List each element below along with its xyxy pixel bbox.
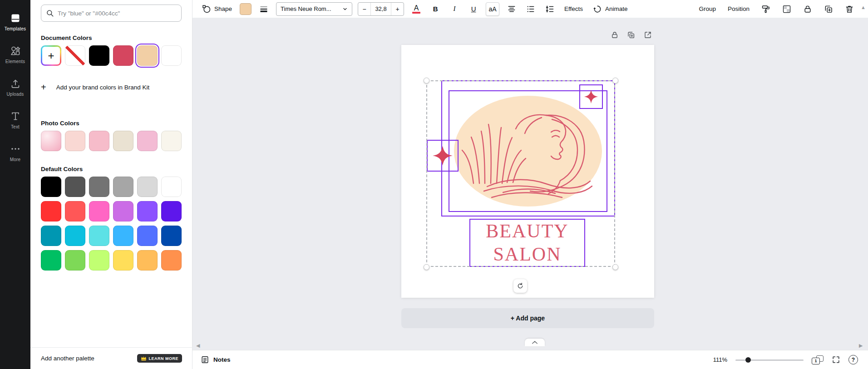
font-size-value[interactable]: 32,8 — [370, 3, 391, 15]
color-swatch[interactable] — [113, 177, 133, 197]
color-swatch[interactable] — [161, 45, 182, 66]
gradient-swatch[interactable] — [41, 131, 61, 151]
color-swatch[interactable] — [41, 201, 61, 221]
color-swatch[interactable] — [161, 131, 182, 151]
increase-font-size-button[interactable]: + — [391, 3, 404, 15]
color-swatch[interactable] — [89, 226, 109, 246]
shape-button[interactable]: Shape — [200, 3, 234, 15]
copy-style-button[interactable] — [759, 2, 773, 16]
color-swatch[interactable] — [89, 177, 109, 197]
color-swatch[interactable] — [137, 45, 158, 66]
sparkle-shape-small[interactable] — [584, 89, 598, 104]
color-swatch[interactable] — [65, 201, 85, 221]
text-color-button[interactable]: A — [409, 4, 423, 14]
color-swatch[interactable] — [41, 177, 61, 197]
help-button[interactable]: ? — [848, 355, 858, 364]
color-swatch[interactable] — [89, 45, 109, 66]
scroll-up-arrow[interactable]: ▲ — [861, 5, 866, 10]
fill-color-swatch[interactable] — [240, 3, 252, 15]
color-swatch[interactable] — [137, 177, 158, 197]
delete-button[interactable] — [843, 2, 856, 16]
sidebar-item-uploads[interactable]: Uploads — [0, 71, 30, 103]
font-selector[interactable]: Times Neue Rom... — [276, 2, 352, 16]
page-indicator[interactable]: 1 — [812, 355, 824, 364]
expand-panel-chevron[interactable] — [525, 339, 545, 346]
beauty-salon-logo-artwork[interactable] — [449, 90, 607, 212]
page-lock-button[interactable] — [608, 28, 621, 42]
position-button[interactable]: Position — [725, 4, 752, 14]
text-spacing-button[interactable] — [543, 2, 557, 16]
letter-case-button[interactable]: aA — [486, 2, 499, 16]
lock-button[interactable] — [801, 2, 814, 16]
fullscreen-button[interactable] — [832, 355, 840, 364]
learn-more-badge[interactable]: LEARN MORE — [137, 354, 182, 363]
bold-button[interactable]: B — [429, 2, 442, 16]
color-swatch[interactable] — [65, 250, 85, 271]
add-palette-link[interactable]: Add another palette — [41, 355, 94, 362]
no-color-swatch[interactable] — [65, 45, 85, 66]
design-canvas[interactable]: BEAUTY SALON + Add page ◀ ▶ — [192, 18, 868, 350]
resize-handle-top-right[interactable] — [612, 78, 618, 84]
sparkle-shape-large[interactable] — [432, 145, 453, 166]
search-box[interactable] — [41, 5, 182, 22]
color-swatch[interactable] — [41, 226, 61, 246]
color-swatch[interactable] — [113, 131, 133, 151]
text-align-button[interactable] — [505, 2, 518, 16]
color-swatch[interactable] — [113, 45, 133, 66]
color-swatch[interactable] — [41, 250, 61, 271]
border-style-button[interactable] — [257, 2, 271, 16]
resize-handle-bottom-left[interactable] — [424, 264, 429, 270]
sidebar-item-text[interactable]: Text — [0, 103, 30, 136]
page-duplicate-button[interactable] — [624, 28, 638, 42]
page-move-button[interactable] — [641, 28, 655, 42]
templates-icon — [10, 13, 21, 24]
sidebar-item-more[interactable]: More — [0, 136, 30, 169]
transparency-button[interactable] — [780, 2, 794, 16]
notes-icon — [201, 355, 209, 364]
add-color-swatch[interactable]: + — [41, 45, 61, 66]
color-swatch[interactable] — [65, 226, 85, 246]
scroll-left-arrow[interactable]: ◀ — [196, 343, 200, 349]
notes-button[interactable]: Notes — [201, 355, 231, 364]
color-swatch[interactable] — [161, 250, 182, 271]
italic-button[interactable]: I — [448, 2, 461, 16]
color-swatch[interactable] — [161, 226, 182, 246]
color-swatch[interactable] — [89, 250, 109, 271]
rotate-handle[interactable] — [513, 279, 527, 293]
list-button[interactable] — [524, 2, 538, 16]
search-input[interactable] — [58, 10, 177, 17]
trash-icon — [845, 5, 854, 14]
color-swatch[interactable] — [137, 226, 158, 246]
duplicate-button[interactable] — [822, 2, 835, 16]
group-button[interactable]: Group — [696, 4, 718, 14]
resize-handle-top-left[interactable] — [424, 78, 429, 84]
color-swatch[interactable] — [65, 131, 85, 151]
zoom-slider-knob[interactable] — [745, 357, 751, 363]
text-color-bar — [412, 12, 420, 14]
color-swatch[interactable] — [113, 201, 133, 221]
color-swatch[interactable] — [137, 201, 158, 221]
chevron-down-icon — [342, 6, 348, 12]
color-swatch[interactable] — [113, 226, 133, 246]
zoom-slider[interactable] — [735, 357, 804, 363]
underline-button[interactable]: U — [467, 2, 480, 16]
decrease-font-size-button[interactable]: − — [358, 3, 370, 15]
add-page-button[interactable]: + Add page — [401, 308, 654, 328]
sidebar-item-label: Templates — [5, 26, 26, 31]
animate-button[interactable]: Animate — [591, 3, 630, 15]
effects-button[interactable]: Effects — [562, 4, 585, 14]
scroll-right-arrow[interactable]: ▶ — [859, 343, 863, 349]
color-swatch[interactable] — [89, 131, 109, 151]
logo-text[interactable]: BEAUTY SALON — [469, 220, 585, 266]
color-swatch[interactable] — [113, 250, 133, 271]
brand-kit-link[interactable]: + Add your brand colors in Brand Kit — [41, 82, 182, 93]
sidebar-item-templates[interactable]: Templates — [0, 5, 30, 38]
sidebar-item-elements[interactable]: Elements — [0, 38, 30, 71]
color-swatch[interactable] — [65, 177, 85, 197]
resize-handle-bottom-right[interactable] — [612, 264, 618, 270]
color-swatch[interactable] — [161, 201, 182, 221]
color-swatch[interactable] — [89, 201, 109, 221]
color-swatch[interactable] — [161, 177, 182, 197]
color-swatch[interactable] — [137, 131, 158, 151]
color-swatch[interactable] — [137, 250, 158, 271]
